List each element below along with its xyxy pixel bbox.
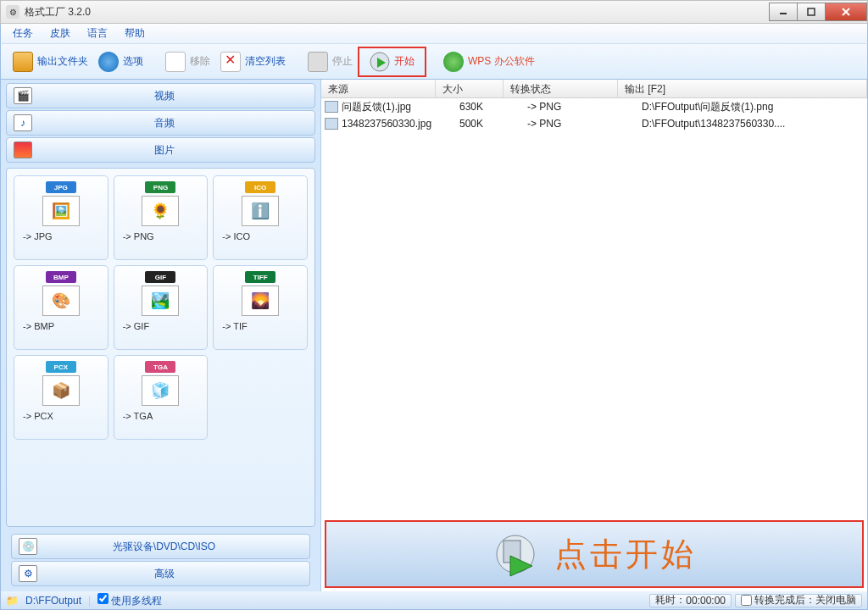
category-audio[interactable]: ♪音频 <box>6 110 315 136</box>
output-path[interactable]: D:\FFOutput <box>25 595 81 607</box>
file-icon <box>325 101 338 113</box>
statusbar: 📁 D:\FFOutput | 使用多线程 耗时：00:00:00 转换完成后：… <box>0 591 868 610</box>
big-start-cta[interactable]: 点击开始 <box>325 520 864 588</box>
menu-lang[interactable]: 语言 <box>87 26 108 41</box>
menubar: 任务 皮肤 语言 帮助 <box>0 24 868 44</box>
format-pcx[interactable]: PCX📦-> PCX <box>14 355 108 440</box>
window-title: 格式工厂 3.2.0 <box>25 5 91 19</box>
remove-icon <box>165 52 186 72</box>
play-big-icon <box>492 530 539 578</box>
col-source[interactable]: 来源 <box>321 80 436 97</box>
format-grid: JPG🖼️-> JPGPNG🌻-> PNGICOℹ️-> ICOBMP🎨-> B… <box>6 168 315 527</box>
menu-task[interactable]: 任务 <box>13 26 33 41</box>
col-size[interactable]: 大小 <box>436 80 504 97</box>
options-button[interactable]: 选项 <box>93 48 148 75</box>
col-status[interactable]: 转换状态 <box>504 80 618 97</box>
drive-icon: 💿 <box>19 538 37 555</box>
category-video[interactable]: 🎬视频 <box>6 83 315 108</box>
clear-list-button[interactable]: ✕清空列表 <box>215 48 291 75</box>
list-body[interactable]: 问题反馈(1).jpg630K-> PNGD:\FFOutput\问题反馈(1)… <box>321 98 867 517</box>
clear-icon: ✕ <box>220 52 241 72</box>
menu-help[interactable]: 帮助 <box>125 26 145 41</box>
category-image[interactable]: 图片 <box>6 137 315 163</box>
output-folder-button[interactable]: 输出文件夹 <box>8 48 93 75</box>
left-panel: 🎬视频 ♪音频 图片 JPG🖼️-> JPGPNG🌻-> PNGICOℹ️-> … <box>1 80 321 591</box>
right-panel: 来源 大小 转换状态 输出 [F2] 问题反馈(1).jpg630K-> PNG… <box>321 80 867 591</box>
file-icon <box>325 118 338 130</box>
format-jpg[interactable]: JPG🖼️-> JPG <box>14 175 108 260</box>
col-output[interactable]: 输出 [F2] <box>618 80 867 97</box>
format-tga[interactable]: TGA🧊-> TGA <box>114 355 209 440</box>
image-icon <box>14 141 32 158</box>
stop-icon <box>308 52 328 72</box>
elapsed-chip: 耗时：00:00:00 <box>649 594 732 607</box>
video-icon: 🎬 <box>14 87 32 104</box>
svg-rect-1 <box>808 8 815 15</box>
table-row[interactable]: 1348237560330.jpg500K-> PNGD:\FFOutput\1… <box>321 115 867 132</box>
remove-button[interactable]: 移除 <box>160 48 215 75</box>
start-button[interactable]: 开始 <box>358 47 426 77</box>
multithread-toggle[interactable]: 使用多线程 <box>97 593 162 608</box>
folder-icon <box>13 52 33 72</box>
menu-skin[interactable]: 皮肤 <box>50 26 70 41</box>
minimize-button[interactable] <box>769 3 798 21</box>
wps-button[interactable]: WPS 办公软件 <box>438 48 540 75</box>
after-done-chip[interactable]: 转换完成后：关闭电脑 <box>735 594 862 607</box>
wps-icon <box>443 52 464 72</box>
format-tiff[interactable]: TIFF🌄-> TIF <box>213 265 308 350</box>
format-ico[interactable]: ICOℹ️-> ICO <box>213 175 308 260</box>
stop-button[interactable]: 停止 <box>303 48 358 75</box>
toolbar: 输出文件夹 选项 移除 ✕清空列表 停止 开始 WPS 办公软件 <box>0 44 868 80</box>
table-row[interactable]: 问题反馈(1).jpg630K-> PNGD:\FFOutput\问题反馈(1)… <box>321 98 867 115</box>
cta-label: 点击开始 <box>554 533 697 576</box>
gear-icon <box>98 52 119 72</box>
close-button[interactable] <box>825 3 867 21</box>
format-png[interactable]: PNG🌻-> PNG <box>114 175 209 260</box>
category-drive[interactable]: 💿光驱设备\DVD\CD\ISO <box>11 534 310 559</box>
format-gif[interactable]: GIF🏞️-> GIF <box>114 265 209 350</box>
category-advanced[interactable]: ⚙高级 <box>11 561 310 586</box>
app-icon: ⚙ <box>6 5 19 19</box>
advanced-icon: ⚙ <box>19 565 37 582</box>
play-icon <box>370 52 390 72</box>
folder-status-icon: 📁 <box>6 595 19 607</box>
list-header: 来源 大小 转换状态 输出 [F2] <box>321 80 867 98</box>
titlebar: ⚙ 格式工厂 3.2.0 <box>0 0 868 24</box>
maximize-button[interactable] <box>797 3 826 21</box>
format-bmp[interactable]: BMP🎨-> BMP <box>14 265 108 350</box>
audio-icon: ♪ <box>14 114 32 131</box>
